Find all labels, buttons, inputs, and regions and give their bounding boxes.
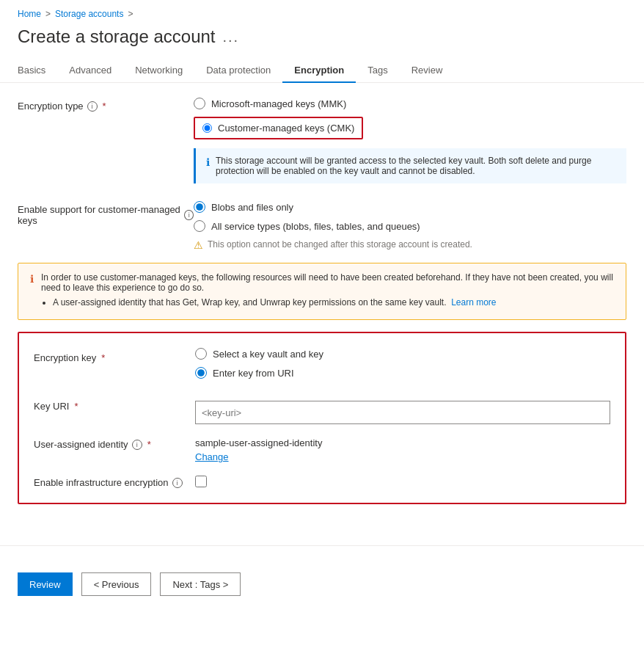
page-title: Create a storage account ... — [0, 23, 644, 59]
footer: Review < Previous Next : Tags > — [0, 561, 644, 608]
change-identity-link[interactable]: Change — [195, 451, 610, 462]
encryption-type-controls: Microsoft-managed keys (MMK) Customer-ma… — [194, 98, 626, 189]
page-title-dots: ... — [223, 29, 240, 46]
blobs-files-label[interactable]: Blobs and files only — [211, 202, 293, 213]
encryption-key-controls: Select a key vault and key Enter key fro… — [195, 348, 610, 386]
breadcrumb: Home > Storage accounts > — [0, 0, 644, 23]
user-identity-row: User-assigned identity i * sample-user-a… — [34, 434, 610, 462]
encryption-type-info-icon[interactable]: i — [87, 101, 98, 112]
footer-divider — [0, 545, 644, 546]
all-services-option[interactable]: All service types (blobs, files, tables,… — [194, 220, 626, 232]
all-services-label[interactable]: All service types (blobs, files, tables,… — [211, 221, 420, 232]
enter-uri-radio[interactable] — [195, 367, 207, 379]
prereq-content: In order to use customer-managed keys, t… — [41, 272, 614, 310]
select-vault-label[interactable]: Select a key vault and key — [213, 349, 323, 360]
key-uri-row: Key URI * — [34, 396, 610, 424]
prereq-icon: ℹ — [30, 273, 34, 310]
enter-uri-option[interactable]: Enter key from URI — [195, 367, 610, 379]
cmk-support-label: Enable support for customer-managed keys… — [18, 201, 194, 226]
user-identity-value: sample-user-assigned-identity — [195, 437, 610, 448]
tab-data-protection[interactable]: Data protection — [194, 59, 282, 83]
cmk-info-box: ℹ This storage account will be granted a… — [194, 148, 626, 183]
infra-encryption-label: Enable infrastructure encryption i — [34, 473, 195, 488]
tab-basics[interactable]: Basics — [18, 59, 57, 83]
all-services-radio[interactable] — [194, 220, 205, 232]
prereq-box: ℹ In order to use customer-managed keys,… — [18, 263, 626, 320]
cmk-info-icon: ℹ — [206, 156, 210, 176]
blobs-files-radio[interactable] — [194, 201, 205, 213]
select-vault-option[interactable]: Select a key vault and key — [195, 348, 610, 360]
infra-encryption-checkbox-row — [195, 476, 610, 487]
tab-encryption[interactable]: Encryption — [282, 59, 356, 83]
cmk-support-row: Enable support for customer-managed keys… — [18, 201, 626, 251]
cmk-radio[interactable] — [202, 123, 212, 133]
mmk-label[interactable]: Microsoft-managed keys (MMK) — [211, 98, 346, 109]
warning-icon: ⚠ — [194, 239, 203, 251]
warning-text: ⚠ This option cannot be changed after th… — [194, 239, 626, 251]
infra-encryption-controls — [195, 473, 610, 487]
breadcrumb-storage-accounts[interactable]: Storage accounts — [55, 9, 123, 19]
encryption-key-label: Encryption key * — [34, 348, 195, 363]
tab-advanced[interactable]: Advanced — [57, 59, 123, 83]
encryption-key-section: Encryption key * Select a key vault and … — [18, 332, 626, 504]
tabs-bar: Basics Advanced Networking Data protecti… — [0, 59, 644, 83]
infra-encryption-checkbox[interactable] — [195, 476, 207, 487]
infra-encryption-row: Enable infrastructure encryption i — [34, 473, 610, 488]
key-uri-label: Key URI * — [34, 396, 195, 412]
breadcrumb-home[interactable]: Home — [18, 9, 41, 19]
prereq-bullet: A user-assigned identity that has Get, W… — [53, 297, 614, 308]
previous-button[interactable]: < Previous — [81, 572, 152, 596]
enter-uri-label[interactable]: Enter key from URI — [213, 368, 294, 379]
user-identity-controls: sample-user-assigned-identity Change — [195, 434, 610, 462]
next-button[interactable]: Next : Tags > — [160, 572, 241, 596]
encryption-type-label: Encryption type i * — [18, 98, 194, 112]
infra-encryption-info-icon[interactable]: i — [172, 478, 183, 488]
encryption-key-row: Encryption key * Select a key vault and … — [34, 348, 610, 386]
user-identity-info-icon[interactable]: i — [132, 440, 142, 450]
mmk-option[interactable]: Microsoft-managed keys (MMK) — [194, 98, 626, 109]
key-uri-input[interactable] — [195, 401, 610, 424]
key-uri-controls — [195, 396, 610, 424]
learn-more-link[interactable]: Learn more — [451, 297, 496, 308]
mmk-radio[interactable] — [194, 98, 205, 109]
user-identity-label: User-assigned identity i * — [34, 434, 195, 450]
review-button[interactable]: Review — [18, 572, 73, 596]
blobs-files-option[interactable]: Blobs and files only — [194, 201, 626, 213]
encryption-type-row: Encryption type i * Microsoft-managed ke… — [18, 98, 626, 189]
cmk-border-box: Customer-managed keys (CMK) — [194, 117, 363, 139]
breadcrumb-sep2: > — [128, 9, 133, 19]
cmk-label[interactable]: Customer-managed keys (CMK) — [218, 123, 354, 134]
tab-networking[interactable]: Networking — [123, 59, 194, 83]
tab-review[interactable]: Review — [400, 59, 455, 83]
cmk-support-info-icon[interactable]: i — [184, 210, 194, 220]
select-vault-radio[interactable] — [195, 348, 207, 360]
main-content: Encryption type i * Microsoft-managed ke… — [0, 83, 644, 531]
tab-tags[interactable]: Tags — [356, 59, 399, 83]
breadcrumb-sep1: > — [45, 9, 51, 19]
cmk-support-controls: Blobs and files only All service types (… — [194, 201, 626, 251]
